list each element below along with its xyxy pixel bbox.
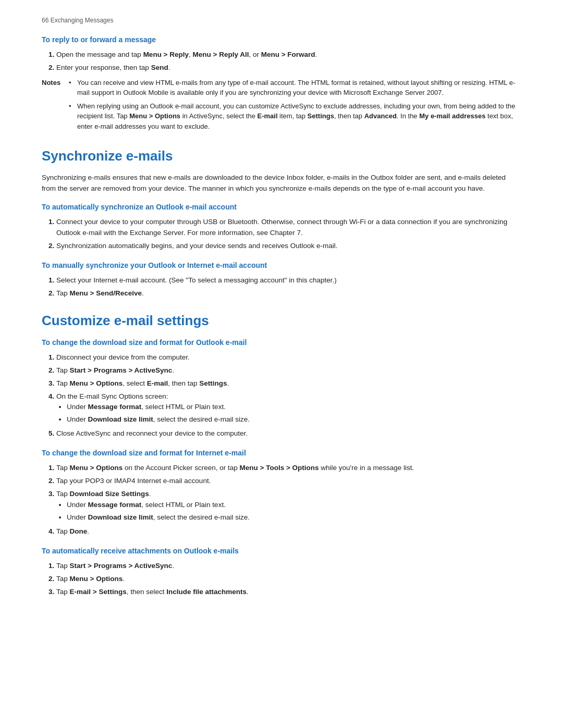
- download-outlook-step-2: Tap Start > Programs > ActiveSync.: [56, 365, 521, 376]
- note-bullet-1: •: [69, 78, 75, 88]
- download-outlook-step-4-bullets: Under Message format, select HTML or Pla…: [67, 402, 521, 425]
- download-internet-step-3-bullets: Under Message format, select HTML or Pla…: [67, 500, 521, 523]
- auto-sync-step-1: Connect your device to your computer thr…: [56, 217, 521, 239]
- note-bullet-2: •: [69, 101, 75, 112]
- download-outlook-steps: Disconnect your device from the computer…: [56, 352, 521, 439]
- auto-sync-steps: Connect your device to your computer thr…: [56, 217, 521, 252]
- receive-attachments-step-3: Tap E-mail > Settings, then select Inclu…: [56, 587, 521, 598]
- step-1: Open the message and tap Menu > Reply, M…: [56, 50, 521, 60]
- download-internet-section: To change the download size and format f…: [42, 448, 521, 537]
- step-2: Enter your response, then tap Send.: [56, 63, 521, 73]
- notes-block: Notes • You can receive and view HTML e-…: [42, 78, 521, 135]
- reply-forward-steps: Open the message and tap Menu > Reply, M…: [56, 50, 521, 73]
- note-1: • You can receive and view HTML e-mails …: [69, 78, 521, 98]
- page-header-text: 66 Exchanging Messages: [42, 17, 113, 24]
- receive-attachments-heading: To automatically receive attachments on …: [42, 546, 521, 557]
- download-outlook-section: To change the download size and format f…: [42, 337, 521, 439]
- receive-attachments-step-1: Tap Start > Programs > ActiveSync.: [56, 561, 521, 572]
- download-internet-steps: Tap Menu > Options on the Account Picker…: [56, 463, 521, 537]
- reply-forward-heading: To reply to or forward a message: [42, 34, 521, 45]
- manual-sync-step-2: Tap Menu > Send/Receive.: [56, 288, 521, 299]
- note-2-text: When replying using an Outlook e-mail ac…: [77, 101, 521, 132]
- manual-sync-heading: To manually synchronize your Outlook or …: [42, 260, 521, 271]
- download-internet-step-4: Tap Done.: [56, 526, 521, 537]
- download-outlook-heading: To change the download size and format f…: [42, 337, 521, 348]
- manual-sync-step-1: Select your Internet e-mail account. (Se…: [56, 275, 521, 286]
- auto-sync-heading: To automatically synchronize an Outlook …: [42, 202, 521, 213]
- notes-label: Notes: [42, 78, 67, 135]
- download-outlook-step-1: Disconnect your device from the computer…: [56, 352, 521, 363]
- internet-bullet-2: Under Download size limit, select the de…: [67, 512, 521, 523]
- manual-sync-section: To manually synchronize your Outlook or …: [42, 260, 521, 299]
- auto-sync-section: To automatically synchronize an Outlook …: [42, 202, 521, 252]
- synchronize-title: Synchronize e-mails: [42, 146, 521, 167]
- download-internet-heading: To change the download size and format f…: [42, 448, 521, 459]
- download-outlook-step-4: On the E-mail Sync Options screen: Under…: [56, 391, 521, 426]
- note-2: • When replying using an Outlook e-mail …: [69, 101, 521, 132]
- manual-sync-steps: Select your Internet e-mail account. (Se…: [56, 275, 521, 299]
- download-outlook-step-5: Close ActiveSync and reconnect your devi…: [56, 428, 521, 439]
- notes-content: • You can receive and view HTML e-mails …: [69, 78, 521, 135]
- page-header: 66 Exchanging Messages: [42, 16, 521, 25]
- receive-attachments-steps: Tap Start > Programs > ActiveSync. Tap M…: [56, 561, 521, 598]
- internet-bullet-1: Under Message format, select HTML or Pla…: [67, 500, 521, 511]
- synchronize-body: Synchronizing e-mails ensures that new e…: [42, 172, 521, 194]
- download-internet-step-1: Tap Menu > Options on the Account Picker…: [56, 463, 521, 474]
- download-internet-step-3: Tap Download Size Settings. Under Messag…: [56, 489, 521, 523]
- outlook-bullet-2: Under Download size limit, select the de…: [67, 414, 521, 425]
- outlook-bullet-1: Under Message format, select HTML or Pla…: [67, 402, 521, 413]
- customize-title: Customize e-mail settings: [42, 311, 521, 332]
- download-internet-step-2: Tap your POP3 or IMAP4 Internet e-mail a…: [56, 476, 521, 487]
- receive-attachments-step-2: Tap Menu > Options.: [56, 574, 521, 585]
- receive-attachments-section: To automatically receive attachments on …: [42, 546, 521, 598]
- reply-forward-section: To reply to or forward a message Open th…: [42, 34, 521, 134]
- download-outlook-step-3: Tap Menu > Options, select E-mail, then …: [56, 378, 521, 389]
- auto-sync-step-2: Synchronization automatically begins, an…: [56, 241, 521, 252]
- note-1-text: You can receive and view HTML e-mails fr…: [77, 78, 521, 98]
